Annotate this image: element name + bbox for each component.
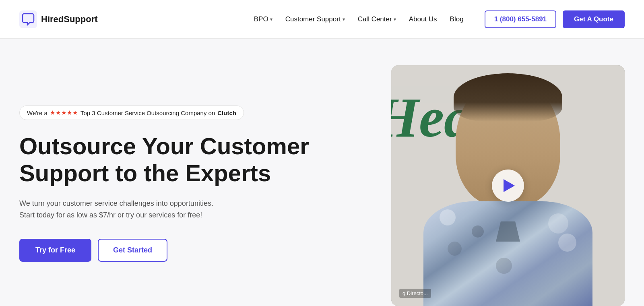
hero-description: We turn your customer service challenges… <box>19 198 221 221</box>
navbar: HiredSupport BPO ▾ Customer Support ▾ Ca… <box>0 0 644 39</box>
nav-links: BPO ▾ Customer Support ▾ Call Center ▾ A… <box>249 12 469 27</box>
nav-item-call-center[interactable]: Call Center ▾ <box>353 12 401 27</box>
hero-cta-buttons: Try for Free Get Started <box>19 239 367 262</box>
play-button[interactable] <box>492 170 524 202</box>
get-quote-button[interactable]: Get A Quote <box>563 10 625 28</box>
nav-item-customer-support[interactable]: Customer Support ▾ <box>281 12 350 27</box>
hero-section: We're a ★★★★★ Top 3 Customer Service Out… <box>0 39 644 306</box>
chevron-down-icon: ▾ <box>270 17 272 22</box>
hero-title: Outsource Your Customer Support to the E… <box>19 133 367 186</box>
get-started-button[interactable]: Get Started <box>98 239 167 262</box>
badge-suffix: Top 3 Customer Service Outsourcing Compa… <box>80 110 215 116</box>
video-thumbnail: Health <box>391 65 625 306</box>
brand-name: HiredSupport <box>41 14 98 25</box>
try-free-button[interactable]: Try for Free <box>19 239 91 262</box>
chevron-down-icon: ▾ <box>343 17 345 22</box>
nav-actions: 1 (800) 655-5891 Get A Quote <box>485 10 625 28</box>
hero-content: We're a ★★★★★ Top 3 Customer Service Out… <box>19 61 391 306</box>
nav-item-blog[interactable]: Blog <box>445 12 469 27</box>
rating-badge: We're a ★★★★★ Top 3 Customer Service Out… <box>19 105 244 120</box>
badge-platform: Clutch <box>217 110 236 116</box>
svg-rect-0 <box>19 10 37 28</box>
nav-item-bpo[interactable]: BPO ▾ <box>249 12 277 27</box>
badge-prefix: We're a <box>27 110 47 116</box>
video-caption: g Directo... <box>399 289 431 298</box>
logo-area[interactable]: HiredSupport <box>19 10 98 28</box>
nav-item-about-us[interactable]: About Us <box>404 12 442 27</box>
stars-icon: ★★★★★ <box>50 109 78 116</box>
phone-button[interactable]: 1 (800) 655-5891 <box>485 10 556 28</box>
chevron-down-icon: ▾ <box>394 17 396 22</box>
logo-icon <box>19 10 37 28</box>
hero-video: Health <box>391 65 625 306</box>
